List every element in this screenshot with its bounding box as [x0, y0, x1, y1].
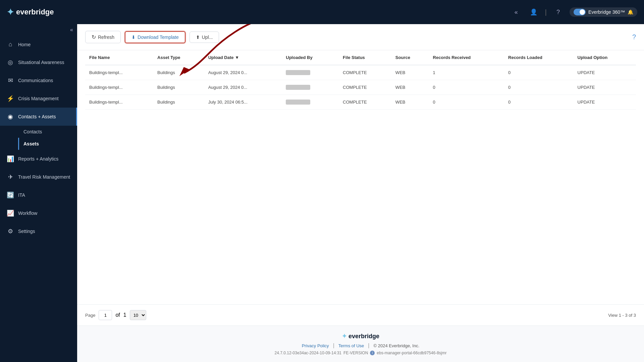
- logo-text: everbridge: [16, 8, 54, 16]
- col-file-name: File Name: [85, 50, 153, 65]
- upload-button[interactable]: ⬆ Upl...: [190, 32, 219, 43]
- cell-records-received: 1: [429, 65, 504, 80]
- version-text: 24.7.0.12-03e34ac-2024-10-09-14:31: [275, 351, 342, 355]
- settings-icon: ⚙: [7, 228, 14, 235]
- sidebar-item-ita[interactable]: 🔄 ITA: [0, 186, 77, 204]
- contacts-assets-icon: ◉: [7, 113, 14, 120]
- cell-source: WEB: [391, 95, 429, 110]
- toggle-360-switch[interactable]: [574, 9, 586, 15]
- cell-upload-option: UPDATE: [574, 65, 636, 80]
- blurred-uploaded-by: [286, 100, 310, 105]
- sidebar-sub-item-contacts[interactable]: Contacts: [18, 126, 77, 138]
- sidebar-item-travel-risk-label: Travel Risk Management: [18, 174, 70, 180]
- sidebar-item-reports-analytics-label: Reports + Analytics: [18, 156, 58, 162]
- sidebar-item-communications-label: Communications: [18, 78, 53, 83]
- sidebar-sub-assets-label: Assets: [23, 141, 39, 146]
- reports-analytics-icon: 📊: [7, 155, 14, 163]
- main-layout: « ⌂ Home ◎ Situational Awareness ✉ Commu…: [0, 24, 644, 362]
- sidebar-item-home[interactable]: ⌂ Home: [0, 36, 77, 53]
- col-uploaded-by: Uploaded By: [282, 50, 339, 65]
- refresh-icon: ↻: [92, 34, 96, 40]
- sidebar-item-situational-awareness[interactable]: ◎ Situational Awareness: [0, 53, 77, 71]
- home-icon: ⌂: [7, 41, 14, 48]
- crisis-management-icon: ⚡: [7, 95, 14, 102]
- sidebar-collapse-button[interactable]: «: [0, 24, 77, 36]
- col-records-received: Records Received: [429, 50, 504, 65]
- download-icon: ⬇: [131, 35, 136, 40]
- sidebar-sub-item-assets[interactable]: Assets: [18, 138, 77, 150]
- cell-file-name: Buildings-templ...: [85, 80, 153, 95]
- footer: ✦ everbridge Privacy Policy | Terms of U…: [77, 325, 644, 362]
- cell-records-received: 0: [429, 95, 504, 110]
- page-input[interactable]: [99, 310, 112, 320]
- sort-icon: ▼: [235, 55, 239, 60]
- sidebar-sub-contacts-label: Contacts: [23, 129, 42, 134]
- travel-risk-icon: ✈: [7, 173, 14, 181]
- upload-icon: ⬆: [196, 35, 200, 40]
- version-info-icon[interactable]: i: [370, 351, 375, 355]
- of-label: of: [115, 312, 120, 318]
- communications-icon: ✉: [7, 77, 14, 84]
- cell-records-received: 0: [429, 80, 504, 95]
- total-pages: 1: [123, 312, 126, 318]
- sidebar-item-communications[interactable]: ✉ Communications: [0, 71, 77, 89]
- view-range-label: View 1 - 3 of 3: [608, 313, 636, 318]
- toolbar-help-icon[interactable]: ?: [632, 33, 636, 41]
- table-row: Buildings-templ... Buildings August 29, …: [85, 80, 636, 95]
- sidebar-item-travel-risk[interactable]: ✈ Travel Risk Management: [0, 168, 77, 186]
- sidebar-sub-contacts-assets: Contacts Assets: [0, 126, 77, 150]
- ita-icon: 🔄: [7, 191, 14, 199]
- workflow-icon: 📈: [7, 209, 14, 217]
- pagination-bar: Page of 1 10 25 50 View 1 - 3 of 3: [77, 304, 644, 325]
- table-header: File Name Asset Type Upload Date ▼ Uploa…: [85, 50, 636, 65]
- sidebar-item-ita-label: ITA: [18, 192, 25, 198]
- cell-asset-type: Buildings: [153, 80, 204, 95]
- sidebar-item-settings[interactable]: ⚙ Settings: [0, 222, 77, 240]
- cell-file-status: COMPLETE: [339, 80, 391, 95]
- sidebar-item-contacts-assets[interactable]: ◉ Contacts + Assets: [0, 108, 77, 126]
- user-profile-button[interactable]: 👤: [528, 6, 540, 18]
- col-upload-date[interactable]: Upload Date ▼: [204, 50, 282, 65]
- blurred-uploaded-by: [286, 85, 310, 90]
- situational-awareness-icon: ◎: [7, 59, 14, 66]
- active-bar: [76, 108, 77, 126]
- sidebar-item-situational-awareness-label: Situational Awareness: [18, 60, 64, 65]
- cell-upload-date: August 29, 2024 0...: [204, 65, 282, 80]
- top-nav: ✦ everbridge « 👤 | ? Everbridge 360™ 🔔: [0, 0, 644, 24]
- help-button[interactable]: ?: [552, 6, 564, 18]
- cell-records-loaded: 0: [504, 80, 574, 95]
- copyright-text: © 2024 Everbridge, Inc.: [374, 343, 420, 348]
- sidebar-item-home-label: Home: [18, 42, 31, 47]
- sidebar-item-settings-label: Settings: [18, 229, 35, 234]
- terms-of-use-link[interactable]: Terms of Use: [338, 343, 364, 348]
- sidebar-item-reports-analytics[interactable]: 📊 Reports + Analytics: [0, 150, 77, 168]
- table-row: Buildings-templ... Buildings July 30, 20…: [85, 95, 636, 110]
- content-area: ↻ Refresh ⬇ Download Template ⬆ Upl... ?: [77, 24, 644, 362]
- sidebar: « ⌂ Home ◎ Situational Awareness ✉ Commu…: [0, 24, 77, 362]
- toolbar-wrapper: ↻ Refresh ⬇ Download Template ⬆ Upl... ?: [77, 24, 644, 50]
- cell-upload-date: July 30, 2024 06:5...: [204, 95, 282, 110]
- sidebar-item-crisis-management[interactable]: ⚡ Crisis Management: [0, 89, 77, 108]
- toggle-360-container: Everbridge 360™ 🔔: [570, 7, 637, 17]
- cell-upload-date: August 29, 2024 0...: [204, 80, 282, 95]
- footer-links: Privacy Policy | Terms of Use | © 2024 E…: [84, 343, 637, 349]
- table-body: Buildings-templ... Buildings August 29, …: [85, 65, 636, 110]
- top-nav-left: ✦ everbridge: [7, 7, 54, 17]
- sidebar-item-workflow[interactable]: 📈 Workflow: [0, 204, 77, 222]
- cell-file-name: Buildings-templ...: [85, 95, 153, 110]
- download-template-button[interactable]: ⬇ Download Template: [125, 31, 185, 43]
- privacy-policy-link[interactable]: Privacy Policy: [302, 343, 329, 348]
- sidebar-item-contacts-assets-label: Contacts + Assets: [18, 114, 56, 119]
- page-label: Page: [85, 313, 95, 318]
- download-template-label: Download Template: [138, 35, 179, 40]
- footer-version: 24.7.0.12-03e34ac-2024-10-09-14:31 FE-VE…: [84, 351, 637, 355]
- cell-records-loaded: 0: [504, 65, 574, 80]
- cell-records-loaded: 0: [504, 95, 574, 110]
- collapse-nav-button[interactable]: «: [510, 6, 522, 18]
- top-nav-right: « 👤 | ? Everbridge 360™ 🔔: [510, 6, 637, 18]
- col-asset-type: Asset Type: [153, 50, 204, 65]
- per-page-select[interactable]: 10 25 50: [130, 310, 146, 320]
- refresh-button[interactable]: ↻ Refresh: [85, 31, 121, 43]
- build-text: ebs-manager-portal-66cdb97546-8sjmr: [377, 351, 446, 355]
- cell-asset-type: Buildings: [153, 95, 204, 110]
